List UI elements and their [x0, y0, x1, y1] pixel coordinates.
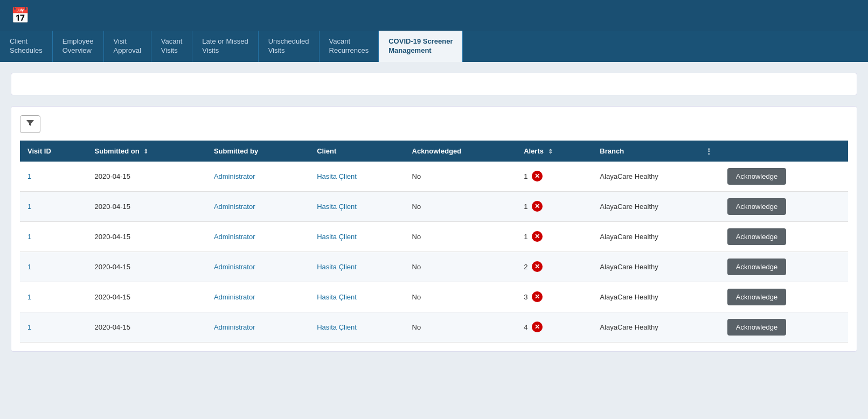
submitted-by-link[interactable]: Administrator	[214, 202, 255, 211]
page-content: Visit ID Submitted on ⇕ Submitted by Cli…	[0, 62, 868, 362]
cell-acknowledged: No	[405, 162, 517, 192]
branch-menu-icon[interactable]: ⋮	[705, 147, 712, 155]
table-card: Visit ID Submitted on ⇕ Submitted by Cli…	[11, 106, 857, 352]
col-visit-id: Visit ID	[20, 141, 87, 162]
visit-id-link[interactable]: 1	[27, 233, 31, 241]
submitted-by-link[interactable]: Administrator	[214, 233, 255, 241]
main-navbar: Client SchedulesEmployee OverviewVisit A…	[0, 31, 868, 62]
col-alerts[interactable]: Alerts ⇕	[516, 141, 592, 162]
alert-count: 1	[524, 233, 527, 241]
acknowledge-button[interactable]: Acknowledge	[727, 198, 786, 215]
cell-action: Acknowledge	[720, 282, 848, 312]
cell-alerts: 3✕	[516, 282, 592, 312]
alert-count: 1	[524, 202, 527, 211]
cell-submitted-on: 2020-04-15	[87, 191, 206, 221]
table-row: 12020-04-15AdministratorHasita ÇlientNo4…	[20, 312, 848, 342]
cell-client: Hasita Çlient	[309, 162, 404, 192]
acknowledge-button[interactable]: Acknowledge	[727, 168, 786, 185]
acknowledge-button[interactable]: Acknowledge	[727, 289, 786, 305]
nav-item-employee-overview[interactable]: Employee Overview	[53, 31, 104, 62]
nav-item-late-missed-visits[interactable]: Late or Missed Visits	[192, 31, 258, 62]
visit-id-link[interactable]: 1	[27, 172, 31, 180]
cell-alerts: 1✕	[516, 221, 592, 252]
cell-alerts: 1✕	[516, 162, 592, 192]
client-link[interactable]: Hasita Çlient	[317, 323, 357, 331]
cell-submitted-on: 2020-04-15	[87, 312, 206, 342]
client-link[interactable]: Hasita Çlient	[317, 263, 357, 271]
col-submitted-by: Submitted by	[206, 141, 309, 162]
sort-alerts-icon: ⇕	[548, 148, 553, 155]
cell-acknowledged: No	[405, 282, 517, 312]
cell-branch: AlayaCare Healthy	[592, 162, 719, 192]
client-link[interactable]: Hasita Çlient	[317, 293, 357, 301]
alert-count: 3	[524, 293, 527, 301]
visit-id-link[interactable]: 1	[27, 323, 31, 331]
visit-id-link[interactable]: 1	[27, 263, 31, 271]
col-submitted-on[interactable]: Submitted on ⇕	[87, 141, 206, 162]
cell-submitted-on: 2020-04-15	[87, 282, 206, 312]
table-row: 12020-04-15AdministratorHasita ÇlientNo1…	[20, 162, 848, 192]
nav-item-vacant-recurrences[interactable]: Vacant Recurrences	[320, 31, 379, 62]
filter-button[interactable]	[20, 115, 40, 133]
nav-item-covid-screener[interactable]: COVID-19 Screener Management	[379, 31, 463, 62]
nav-item-client-schedules[interactable]: Client Schedules	[0, 31, 53, 62]
sort-submitted-on-icon: ⇕	[143, 148, 148, 155]
alert-count: 1	[524, 172, 527, 180]
table-row: 12020-04-15AdministratorHasita ÇlientNo3…	[20, 282, 848, 312]
cell-submitted-by: Administrator	[206, 282, 309, 312]
cell-submitted-by: Administrator	[206, 191, 309, 221]
visit-id-link[interactable]: 1	[27, 293, 31, 301]
visit-id-link[interactable]: 1	[27, 202, 31, 211]
cell-action: Acknowledge	[720, 191, 848, 221]
cell-branch: AlayaCare Healthy	[592, 252, 719, 282]
alert-error-icon: ✕	[532, 171, 543, 181]
alert-count: 4	[524, 323, 527, 331]
table-header: Visit ID Submitted on ⇕ Submitted by Cli…	[20, 141, 848, 162]
cell-submitted-by: Administrator	[206, 252, 309, 282]
cell-visit-id: 1	[20, 191, 87, 221]
submitted-by-link[interactable]: Administrator	[214, 263, 255, 271]
table-row: 12020-04-15AdministratorHasita ÇlientNo1…	[20, 191, 848, 221]
nav-item-vacant-visits[interactable]: Vacant Visits	[151, 31, 193, 62]
app-header: 📅	[0, 0, 868, 31]
cell-client: Hasita Çlient	[309, 282, 404, 312]
cell-acknowledged: No	[405, 252, 517, 282]
cell-client: Hasita Çlient	[309, 191, 404, 221]
cell-alerts: 2✕	[516, 252, 592, 282]
nav-item-visit-approval[interactable]: Visit Approval	[104, 31, 151, 62]
cell-submitted-on: 2020-04-15	[87, 162, 206, 192]
submitted-by-link[interactable]: Administrator	[214, 172, 255, 180]
cell-submitted-by: Administrator	[206, 162, 309, 192]
cell-visit-id: 1	[20, 221, 87, 252]
col-action	[720, 141, 848, 162]
col-client: Client	[309, 141, 404, 162]
app-icon: 📅	[11, 6, 30, 24]
nav-item-unscheduled-visits[interactable]: Unscheduled Visits	[259, 31, 320, 62]
client-link[interactable]: Hasita Çlient	[317, 172, 357, 180]
alert-error-icon: ✕	[532, 291, 543, 302]
title-card	[11, 73, 857, 95]
submitted-by-link[interactable]: Administrator	[214, 293, 255, 301]
acknowledge-button[interactable]: Acknowledge	[727, 228, 786, 245]
cell-client: Hasita Çlient	[309, 312, 404, 342]
submitted-by-link[interactable]: Administrator	[214, 323, 255, 331]
cell-client: Hasita Çlient	[309, 221, 404, 252]
table-row: 12020-04-15AdministratorHasita ÇlientNo2…	[20, 252, 848, 282]
cell-branch: AlayaCare Healthy	[592, 282, 719, 312]
alert-error-icon: ✕	[532, 201, 543, 212]
cell-alerts: 4✕	[516, 312, 592, 342]
acknowledge-button[interactable]: Acknowledge	[727, 259, 786, 275]
client-link[interactable]: Hasita Çlient	[317, 233, 357, 241]
cell-action: Acknowledge	[720, 312, 848, 342]
cell-alerts: 1✕	[516, 191, 592, 221]
cell-acknowledged: No	[405, 312, 517, 342]
cell-action: Acknowledge	[720, 252, 848, 282]
cell-client: Hasita Çlient	[309, 252, 404, 282]
cell-submitted-by: Administrator	[206, 312, 309, 342]
cell-submitted-on: 2020-04-15	[87, 252, 206, 282]
acknowledge-button[interactable]: Acknowledge	[727, 319, 786, 336]
client-link[interactable]: Hasita Çlient	[317, 202, 357, 211]
cell-branch: AlayaCare Healthy	[592, 191, 719, 221]
cell-visit-id: 1	[20, 282, 87, 312]
cell-visit-id: 1	[20, 162, 87, 192]
